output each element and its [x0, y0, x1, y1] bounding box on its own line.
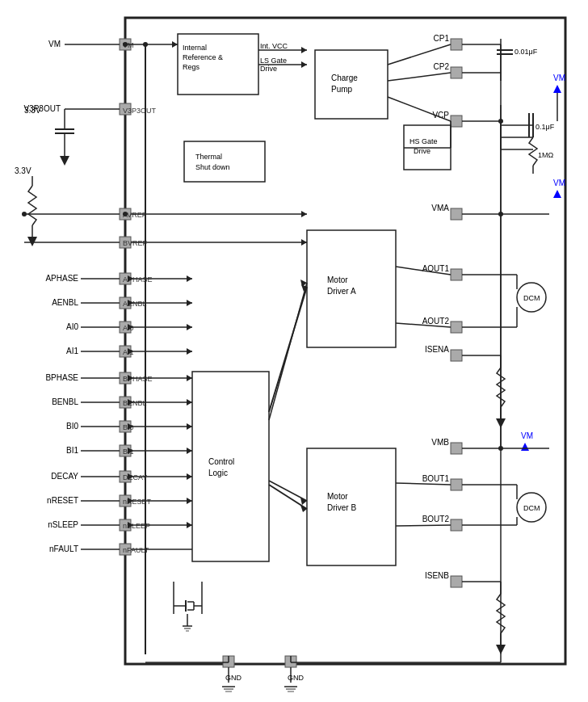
- svg-marker-148: [301, 47, 307, 53]
- svg-marker-185: [187, 473, 192, 480]
- label-bout1: BOUT1: [422, 474, 450, 483]
- svg-rect-126: [451, 519, 462, 531]
- label-thermal-2: Shut down: [195, 163, 230, 171]
- svg-marker-101: [553, 190, 561, 198]
- svg-rect-110: [451, 322, 462, 333]
- label-decay: DECAY: [51, 472, 78, 481]
- label-bi1: BI1: [66, 446, 78, 455]
- svg-line-154: [388, 73, 451, 81]
- label-motorb-2: Driver B: [327, 503, 356, 512]
- label-motora-2: Driver A: [327, 287, 356, 296]
- label-intref-3: Regs: [183, 63, 200, 71]
- label-cp2: CP2: [434, 62, 450, 71]
- label-bphase: BPHASE: [45, 373, 78, 382]
- label-3v3-1: 3.3V: [24, 106, 41, 115]
- svg-text:nRESET: nRESET: [123, 498, 152, 506]
- svg-point-200: [143, 42, 148, 47]
- svg-rect-119: [451, 443, 462, 454]
- label-lsgate: LS Gate: [260, 57, 287, 65]
- label-1mohm: 1MΩ: [538, 151, 554, 159]
- svg-marker-88: [553, 85, 561, 93]
- label-3v3-2: 3.3V: [15, 166, 32, 175]
- svg-marker-177: [187, 375, 192, 381]
- label-vma: VMA: [431, 204, 449, 212]
- label-dcm-b: DCM: [523, 504, 540, 512]
- svg-marker-150: [301, 61, 307, 68]
- svg-point-17: [22, 212, 27, 216]
- label-charge-1: Charge: [331, 74, 358, 82]
- label-bi0: BI0: [66, 422, 78, 431]
- svg-marker-198: [301, 239, 307, 246]
- label-aout1: AOUT1: [422, 264, 450, 273]
- label-isenb: ISENB: [425, 571, 449, 580]
- svg-marker-183: [187, 448, 192, 454]
- label-aenbl: AENBL: [52, 298, 78, 307]
- svg-marker-169: [187, 275, 192, 282]
- label-lsdrive: Drive: [260, 65, 277, 73]
- label-benbl: BENBL: [52, 397, 78, 406]
- svg-marker-146: [172, 41, 178, 48]
- pin-v3p3out-label: V3P3OUT: [123, 107, 157, 115]
- svg-rect-122: [451, 479, 462, 490]
- svg-marker-118: [521, 443, 529, 451]
- svg-marker-181: [187, 423, 192, 430]
- label-dcm-a: DCM: [523, 294, 540, 302]
- svg-rect-85: [451, 67, 462, 78]
- label-nsleep: nSLEEP: [48, 520, 78, 529]
- label-ctrl-1: Control: [208, 457, 234, 466]
- label-vm-r2: VM: [553, 179, 565, 187]
- label-motorb-1: Motor: [327, 492, 348, 501]
- circuit-diagram: VM VM V3P3OUT V3P3OUT 3.3V 3.3V AVREF BV…: [0, 0, 588, 702]
- svg-rect-129: [451, 576, 462, 587]
- label-charge-2: Pump: [331, 85, 353, 94]
- label-nreset: nRESET: [47, 496, 78, 505]
- svg-marker-11: [60, 156, 69, 166]
- svg-text:BPHASE: BPHASE: [123, 375, 153, 383]
- label-vm-left: VM: [48, 40, 61, 48]
- label-ctrl-2: Logic: [208, 469, 228, 477]
- svg-text:APHASE: APHASE: [123, 275, 153, 284]
- svg-rect-80: [451, 39, 462, 50]
- pin-bvref-label: BVREF: [123, 239, 148, 247]
- svg-line-193: [396, 483, 451, 485]
- svg-marker-187: [187, 498, 192, 504]
- label-nfault: nFAULT: [49, 544, 78, 553]
- svg-rect-105: [451, 269, 462, 280]
- label-intvcc: Int. VCC: [260, 42, 288, 50]
- label-ai0: AI0: [66, 322, 78, 331]
- label-cap01: 0.1μF: [536, 123, 555, 131]
- svg-line-208: [269, 485, 307, 509]
- svg-marker-173: [187, 324, 192, 330]
- label-thermal-1: Thermal: [195, 153, 222, 161]
- label-gnd1: GND: [225, 674, 242, 682]
- svg-marker-196: [301, 211, 307, 217]
- svg-rect-113: [451, 350, 462, 361]
- label-bout2: BOUT2: [422, 515, 450, 523]
- svg-line-206: [269, 287, 307, 412]
- label-hs-gate: HS Gate: [410, 137, 438, 145]
- svg-line-194: [396, 525, 451, 526]
- label-cap001: 0.01μF: [514, 48, 538, 56]
- svg-rect-90: [451, 116, 462, 127]
- svg-text:AENBL: AENBL: [123, 300, 147, 308]
- label-gnd2: GND: [288, 674, 304, 682]
- label-isena: ISENA: [425, 345, 449, 354]
- svg-line-155: [388, 97, 451, 121]
- label-vm-tr: VM: [553, 74, 565, 82]
- label-aphase: APHASE: [45, 274, 78, 283]
- svg-marker-189: [187, 522, 192, 528]
- label-cp1: CP1: [434, 34, 450, 43]
- svg-marker-171: [187, 300, 192, 306]
- svg-line-166: [269, 481, 307, 501]
- svg-rect-102: [451, 208, 462, 220]
- svg-point-18: [123, 212, 128, 216]
- label-motora-1: Motor: [327, 275, 348, 284]
- label-vmb: VMB: [431, 438, 449, 447]
- svg-text:DECAY: DECAY: [123, 473, 147, 481]
- svg-line-163: [269, 283, 307, 404]
- label-ai1: AI1: [66, 347, 78, 355]
- label-aout2: AOUT2: [422, 317, 450, 326]
- svg-rect-151: [184, 141, 265, 182]
- label-intref-1: Internal: [183, 44, 207, 52]
- label-intref-2: Reference &: [183, 53, 223, 61]
